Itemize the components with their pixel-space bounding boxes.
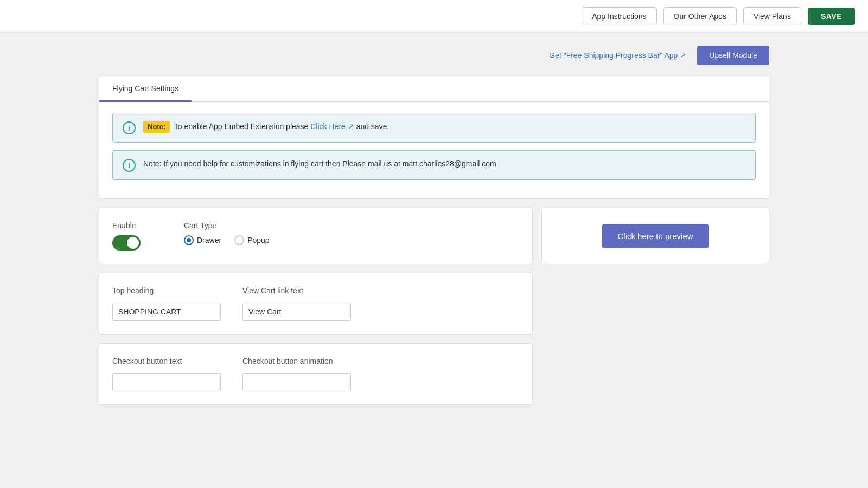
checkout-btn-text-group: Checkout button text: [112, 357, 221, 391]
checkout-btn-animation-input[interactable]: [242, 373, 351, 391]
notice-embed-extension: i Note: To enable App Embed Extension pl…: [112, 113, 756, 143]
radio-popup-label: Popup: [247, 236, 269, 245]
top-action-row: Get "Free Shipping Progress Bar" App ↗ U…: [99, 46, 769, 65]
radio-drawer-label: Drawer: [197, 236, 221, 245]
our-other-apps-button[interactable]: Our Other Apps: [663, 7, 737, 25]
settings-row-1: Enable Cart Type Drawer: [99, 208, 769, 264]
cart-type-label: Cart Type: [184, 221, 270, 230]
checkout-panel: Checkout button text Checkout button ani…: [99, 343, 533, 405]
heading-cart-fields: Top heading View Cart link text: [112, 286, 519, 321]
radio-popup[interactable]: Popup: [234, 235, 269, 245]
enable-cart-row: Enable Cart Type Drawer: [112, 221, 519, 251]
notice-help-text: Note: If you need help for customization…: [143, 158, 496, 170]
notice-embed-after: and save.: [356, 122, 390, 131]
save-button[interactable]: SAVE: [808, 8, 855, 25]
upsell-module-button[interactable]: Upsell Module: [697, 46, 769, 65]
checkout-fields: Checkout button text Checkout button ani…: [112, 357, 519, 391]
preview-spacer: [541, 273, 769, 335]
heading-cart-panel: Top heading View Cart link text: [99, 273, 533, 335]
cart-type-radio-group: Drawer Popup: [184, 235, 270, 245]
top-heading-label: Top heading: [112, 286, 221, 295]
click-here-link[interactable]: Click Here ↗: [310, 122, 354, 131]
settings-row-2: Top heading View Cart link text: [99, 273, 769, 335]
radio-popup-circle: [234, 235, 244, 245]
tab-content: i Note: To enable App Embed Extension pl…: [99, 102, 769, 198]
toggle-knob: [127, 237, 139, 249]
checkout-spacer: [541, 343, 769, 405]
top-heading-group: Top heading: [112, 286, 221, 321]
notice-embed-text: Note: To enable App Embed Extension plea…: [143, 121, 389, 133]
checkout-btn-text-input[interactable]: [112, 373, 221, 391]
preview-panel: Click here to preview: [541, 208, 769, 264]
main-content: Get "Free Shipping Progress Bar" App ↗ U…: [81, 33, 787, 418]
enable-cart-panel: Enable Cart Type Drawer: [99, 208, 533, 264]
view-plans-button[interactable]: View Plans: [743, 7, 801, 25]
checkout-btn-animation-group: Checkout button animation: [242, 357, 351, 391]
enable-toggle[interactable]: [112, 235, 141, 251]
tab-container: Flying Cart Settings i Note: To enable A…: [99, 76, 769, 199]
view-cart-link-label: View Cart link text: [242, 286, 351, 295]
notice-embed-before: To enable App Embed Extension please: [174, 122, 310, 131]
info-icon: i: [123, 121, 136, 134]
view-cart-link-group: View Cart link text: [242, 286, 351, 321]
top-heading-input[interactable]: [112, 303, 221, 321]
preview-button[interactable]: Click here to preview: [602, 224, 708, 248]
app-instructions-button[interactable]: App Instructions: [582, 7, 656, 25]
enable-section: Enable: [112, 221, 141, 251]
settings-row-3: Checkout button text Checkout button ani…: [99, 343, 769, 405]
view-cart-link-input[interactable]: [242, 303, 351, 321]
cart-type-section: Cart Type Drawer Popup: [184, 221, 270, 245]
enable-label: Enable: [112, 221, 141, 230]
radio-drawer-circle: [184, 235, 194, 245]
free-shipping-link[interactable]: Get "Free Shipping Progress Bar" App ↗: [549, 51, 686, 60]
checkout-btn-text-label: Checkout button text: [112, 357, 221, 365]
checkout-btn-animation-label: Checkout button animation: [242, 357, 351, 365]
header: App Instructions Our Other Apps View Pla…: [0, 0, 868, 33]
radio-drawer[interactable]: Drawer: [184, 235, 221, 245]
note-badge: Note:: [143, 121, 170, 133]
notice-help: i Note: If you need help for customizati…: [112, 150, 756, 180]
tab-bar: Flying Cart Settings: [99, 76, 769, 102]
tab-flying-cart-settings[interactable]: Flying Cart Settings: [99, 76, 192, 102]
info-icon-2: i: [123, 159, 136, 172]
